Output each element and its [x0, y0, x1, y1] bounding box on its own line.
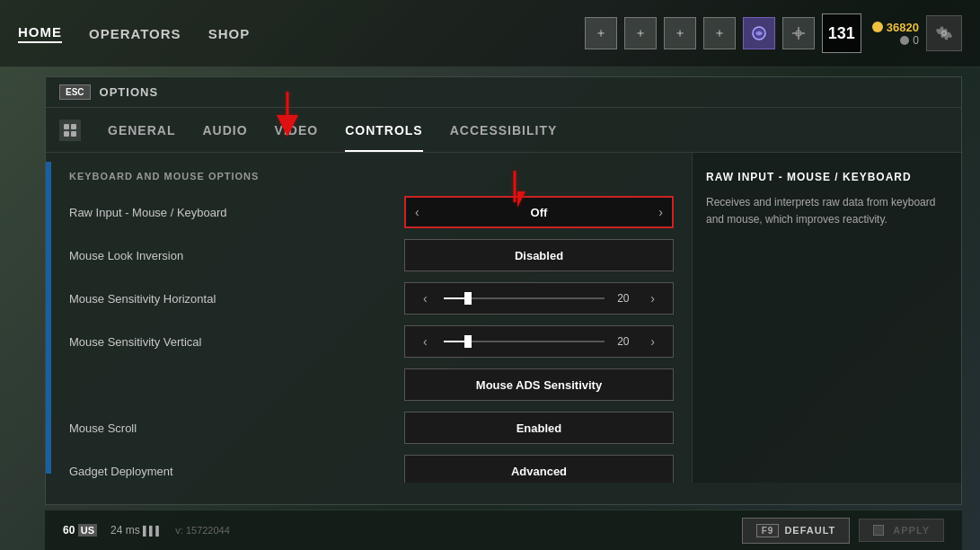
esc-button[interactable]: ESC — [59, 84, 91, 100]
gadget-btn[interactable]: Advanced — [404, 455, 674, 483]
nav-special-icon[interactable] — [743, 17, 775, 49]
tab-audio[interactable]: AUDIO — [189, 108, 260, 152]
mouse-look-label: Mouse Look Inversion — [69, 249, 404, 262]
top-navigation: HOME OPERATORS SHOP ＋ ＋ ＋ ＋ 131 36820 — [0, 0, 980, 67]
nav-crosshair-icon[interactable] — [782, 17, 815, 49]
sens-h-prev[interactable]: ‹ — [414, 291, 437, 306]
ads-btn[interactable]: Mouse ADS Sensitivity — [404, 368, 674, 401]
svg-rect-9 — [71, 131, 76, 137]
sens-h-control[interactable]: ‹ 20 › — [404, 282, 674, 315]
setting-row-mouse-look: Mouse Look Inversion Disabled — [51, 234, 692, 277]
sens-v-next[interactable]: › — [641, 334, 664, 349]
sens-h-next[interactable]: › — [641, 291, 664, 306]
arrow-controls-indicator — [274, 92, 301, 137]
nav-add-btn-4[interactable]: ＋ — [703, 17, 736, 49]
nav-add-btn-1[interactable]: ＋ — [585, 17, 617, 49]
sens-h-slider[interactable]: ‹ 20 › — [404, 282, 674, 315]
raw-input-value: Off — [428, 206, 650, 219]
sens-v-track — [444, 341, 605, 342]
version-display: v: 15722044 — [175, 525, 230, 536]
setting-row-gadget: Gadget Deployment Advanced — [51, 449, 692, 483]
sens-h-track — [444, 297, 605, 299]
options-title: OPTIONS — [100, 85, 159, 99]
scroll-label: Mouse Scroll — [69, 421, 404, 435]
gadget-control[interactable]: Advanced — [404, 455, 674, 483]
nav-right: ＋ ＋ ＋ ＋ 131 36820 0 — [585, 13, 962, 53]
sens-v-value: 20 — [612, 335, 634, 348]
apply-label: APPLY — [893, 525, 930, 536]
nav-add-btn-2[interactable]: ＋ — [624, 17, 657, 49]
svg-rect-8 — [64, 131, 69, 137]
setting-row-raw-input: Raw Input - Mouse / Keyboard ‹ Off › — [51, 191, 692, 234]
mouse-look-btn[interactable]: Disabled — [404, 239, 674, 271]
sens-v-thumb[interactable] — [464, 335, 472, 348]
sens-v-control[interactable]: ‹ 20 › — [404, 325, 674, 358]
mouse-look-control[interactable]: Disabled — [404, 239, 674, 271]
sens-h-label: Mouse Sensitivity Horizontal — [69, 292, 404, 306]
bottom-left-stats: 60 US 24 ms ▌▌▌ v: 15722044 — [63, 524, 230, 537]
scroll-btn[interactable]: Enabled — [404, 412, 674, 444]
sens-h-thumb[interactable] — [464, 292, 472, 305]
main-panel: ESC OPTIONS GENERAL AUDIO VIDEO CONTROLS… — [45, 76, 962, 505]
setting-row-ads: Mouse ADS Sensitivity — [51, 363, 692, 406]
ads-control[interactable]: Mouse ADS Sensitivity — [404, 368, 674, 401]
currency-display: 36820 0 — [872, 21, 919, 47]
info-title: RAW INPUT - MOUSE / KEYBOARD — [706, 171, 948, 183]
default-key-hint: F9 — [756, 524, 780, 537]
currency-silver: 0 — [900, 34, 919, 47]
tab-nav-icon — [59, 120, 81, 141]
tab-accessibility[interactable]: ACCESSIBILITY — [437, 108, 571, 152]
raw-input-label: Raw Input - Mouse / Keyboard — [69, 206, 404, 219]
setting-row-sens-h: Mouse Sensitivity Horizontal ‹ 20 › — [51, 277, 692, 320]
setting-row-sens-v: Mouse Sensitivity Vertical ‹ 20 › — [51, 320, 692, 363]
nav-operators[interactable]: OPERATORS — [89, 26, 181, 41]
svg-rect-6 — [64, 124, 69, 129]
default-label: DEFAULT — [784, 525, 835, 536]
nav-shop[interactable]: SHOP — [208, 26, 251, 41]
arrow-raw-input-indicator — [501, 171, 528, 211]
bottom-bar: 60 US 24 ms ▌▌▌ v: 15722044 F9 DEFAULT A… — [45, 510, 962, 550]
sens-v-slider[interactable]: ‹ 20 › — [404, 325, 674, 358]
svg-rect-7 — [71, 124, 76, 129]
tab-navigation: GENERAL AUDIO VIDEO CONTROLS ACCESSIBILI… — [46, 108, 961, 153]
bottom-right-actions: F9 DEFAULT APPLY — [742, 518, 944, 544]
section-header: KEYBOARD AND MOUSE OPTIONS — [51, 166, 692, 191]
scroll-control[interactable]: Enabled — [404, 412, 674, 444]
info-panel: RAW INPUT - MOUSE / KEYBOARD Receives an… — [692, 153, 961, 483]
settings-button[interactable] — [926, 15, 962, 51]
currency-gold: 36820 — [872, 21, 919, 34]
fps-counter: 60 US — [63, 524, 97, 537]
raw-input-toggle[interactable]: ‹ Off › — [404, 196, 674, 228]
settings-list: KEYBOARD AND MOUSE OPTIONS Raw Input - M… — [51, 153, 692, 483]
fps-unit: US — [78, 524, 97, 537]
nav-add-btn-3[interactable]: ＋ — [664, 17, 696, 49]
tab-general[interactable]: GENERAL — [94, 108, 189, 152]
gadget-label: Gadget Deployment — [69, 465, 404, 478]
info-text: Receives and interprets raw data from ke… — [706, 194, 948, 228]
nav-home[interactable]: HOME — [18, 24, 62, 43]
sens-v-label: Mouse Sensitivity Vertical — [69, 335, 404, 349]
sens-v-prev[interactable]: ‹ — [414, 334, 437, 349]
apply-button[interactable]: APPLY — [859, 519, 944, 542]
nav-links: HOME OPERATORS SHOP — [18, 24, 250, 43]
apply-checkbox-icon — [873, 525, 884, 536]
silver-icon — [900, 36, 909, 45]
raw-input-next-arrow[interactable]: › — [649, 205, 672, 219]
gold-icon — [872, 22, 883, 32]
ping-display: 24 ms ▌▌▌ — [110, 524, 162, 537]
raw-input-prev-arrow[interactable]: ‹ — [406, 205, 428, 219]
tab-controls[interactable]: CONTROLS — [331, 108, 437, 152]
setting-row-scroll: Mouse Scroll Enabled — [51, 406, 692, 449]
level-badge: 131 — [822, 13, 861, 53]
default-button[interactable]: F9 DEFAULT — [742, 518, 851, 544]
panel-header: ESC OPTIONS — [46, 77, 961, 108]
raw-input-control[interactable]: ‹ Off › — [404, 196, 674, 228]
sens-h-value: 20 — [612, 292, 634, 305]
